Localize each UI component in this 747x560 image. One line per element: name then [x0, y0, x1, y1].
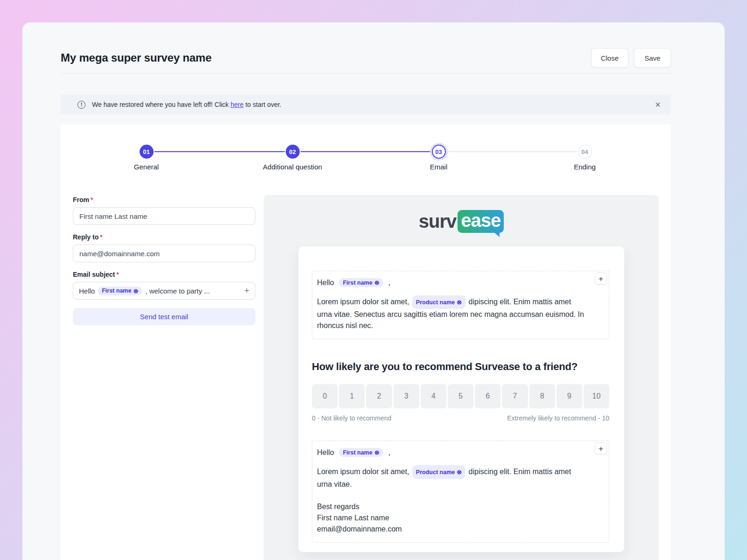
stepper-connector	[447, 151, 577, 152]
stepper: 01 General 02 Additional question 03 Ema…	[73, 145, 658, 187]
step-circle: 02	[286, 145, 300, 159]
step-label: Ending	[574, 163, 596, 171]
required-asterisk: *	[91, 196, 93, 203]
nps-section: How likely are you to recommend Survease…	[312, 361, 609, 422]
nps-score-button[interactable]: 2	[366, 384, 392, 408]
from-label: From*	[73, 196, 255, 203]
send-test-email-button[interactable]: Send test email	[73, 308, 255, 325]
nps-score-button[interactable]: 8	[529, 384, 555, 408]
signature-line: email@domainname.com	[317, 524, 587, 535]
subject-text-before: Hello	[79, 287, 95, 295]
nps-score-button[interactable]: 6	[475, 384, 500, 408]
stepper-connector	[301, 151, 431, 152]
logo-bubble-tail-icon	[493, 232, 500, 237]
email-subject-field[interactable]: Hello First name ⊗ , welcome to party ..…	[73, 282, 255, 300]
email-text-block-top[interactable]: Hello First name ⊗ , Lorem ipsum dolor s…	[312, 271, 609, 339]
logo-bubble: ease	[458, 210, 504, 233]
greeting-comma: ,	[388, 448, 390, 457]
email-subject-label: Email subject*	[73, 271, 255, 278]
nps-score-button[interactable]: 10	[584, 384, 609, 408]
greeting-line: Hello First name ⊗ ,	[317, 447, 587, 458]
content-card: 01 General 02 Additional question 03 Ema…	[61, 125, 671, 560]
header-divider	[61, 73, 671, 74]
save-button[interactable]: Save	[634, 48, 671, 68]
body-paragraph: Lorem ipsum dolor sit amet, Product name…	[317, 295, 587, 331]
header: My mega super survey name Close Save	[61, 48, 671, 68]
required-asterisk: *	[116, 271, 119, 278]
reply-to-label: Reply to*	[73, 233, 255, 241]
email-body-card: Hello First name ⊗ , Lorem ipsum dolor s…	[298, 246, 624, 552]
greeting-comma: ,	[388, 279, 390, 287]
step-circle: 03	[432, 145, 446, 159]
page-title: My mega super survey name	[61, 51, 211, 64]
body-paragraph: Lorem ipsum dolor sit amet, Product name…	[317, 465, 587, 490]
remove-chip-icon[interactable]: ⊗	[374, 449, 380, 455]
step-label: General	[134, 163, 159, 171]
start-over-link[interactable]: here	[231, 101, 244, 108]
remove-chip-icon[interactable]: ⊗	[133, 288, 138, 294]
from-input[interactable]	[73, 207, 255, 225]
nps-score-button[interactable]: 0	[312, 384, 338, 408]
step-circle: 01	[140, 145, 154, 159]
greeting-text: Hello	[317, 448, 334, 457]
greeting-text: Hello	[317, 279, 334, 287]
nps-hints: 0 - Not likely to recommend Extremely li…	[312, 414, 609, 422]
close-button[interactable]: Close	[591, 48, 628, 68]
banner-text: We have restored where you have left off…	[92, 101, 282, 108]
app-panel: My mega super survey name Close Save ! W…	[22, 22, 725, 560]
nps-score-button[interactable]: 4	[421, 384, 446, 408]
remove-chip-icon[interactable]: ⊗	[457, 299, 462, 305]
signature-line: Best regards	[317, 501, 587, 512]
nps-score-button[interactable]: 7	[502, 384, 528, 408]
step-label: Email	[430, 163, 448, 171]
email-settings-form: From* Reply to* Email subject* Hello Fir…	[73, 195, 255, 325]
product-name-chip[interactable]: Product name ⊗	[412, 465, 465, 479]
remove-chip-icon[interactable]: ⊗	[457, 469, 462, 475]
product-name-chip[interactable]: Product name ⊗	[412, 295, 465, 309]
reply-to-input[interactable]	[73, 245, 255, 262]
restore-banner: ! We have restored where you have left o…	[61, 95, 671, 114]
remove-chip-icon[interactable]: ⊗	[374, 280, 380, 286]
nps-left-hint: 0 - Not likely to recommend	[312, 414, 391, 422]
email-text-block-bottom[interactable]: Hello First name ⊗ , Lorem ipsum dolor s…	[312, 441, 609, 543]
first-name-chip[interactable]: First name ⊗	[339, 448, 383, 457]
nps-score-button[interactable]: 5	[448, 384, 473, 408]
nps-question: How likely are you to recommend Survease…	[312, 361, 609, 373]
step-label: Additional question	[263, 163, 322, 171]
greeting-line: Hello First name ⊗ ,	[317, 277, 587, 288]
nps-score-button[interactable]: 3	[394, 384, 419, 408]
add-block-button[interactable]: +	[595, 442, 607, 455]
nps-score-button[interactable]: 9	[557, 384, 582, 408]
info-icon: !	[78, 101, 85, 109]
nps-score-button[interactable]: 1	[339, 384, 365, 408]
nps-scale: 012345678910	[312, 384, 609, 408]
main-content: From* Reply to* Email subject* Hello Fir…	[73, 195, 659, 560]
subject-text-after: , welcome to party ...	[145, 287, 210, 295]
survease-logo: surv ease	[264, 209, 659, 233]
header-actions: Close Save	[591, 48, 671, 68]
logo-text-ease: ease	[461, 210, 500, 231]
step-circle: 04	[578, 145, 592, 159]
first-name-chip[interactable]: First name ⊗	[339, 278, 383, 287]
add-variable-icon[interactable]: +	[244, 286, 249, 296]
signature-line: First name Last name	[317, 512, 587, 524]
nps-right-hint: Extremely likely to recommend - 10	[507, 414, 609, 422]
logo-text-surv: surv	[419, 211, 457, 232]
banner-close-icon[interactable]: ×	[655, 100, 661, 109]
required-asterisk: *	[100, 233, 102, 241]
stepper-connector	[155, 151, 285, 152]
signature: Best regardsFirst name Last nameemail@do…	[317, 501, 587, 535]
first-name-chip[interactable]: First name ⊗	[98, 287, 142, 295]
email-preview-panel: surv ease Hello First name ⊗	[264, 195, 659, 560]
add-block-button[interactable]: +	[595, 273, 607, 285]
